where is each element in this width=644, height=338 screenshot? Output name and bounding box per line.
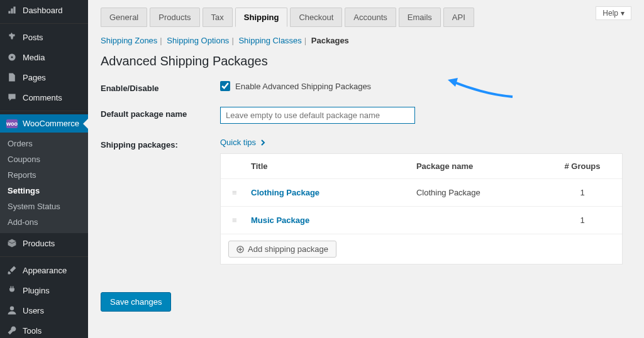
box-icon: [6, 237, 18, 249]
sidebar-item-products[interactable]: Products: [0, 233, 88, 253]
sidebar-item-posts[interactable]: Posts: [0, 27, 88, 47]
svg-point-1: [11, 56, 13, 58]
subnav-zones[interactable]: Shipping Zones: [101, 36, 157, 45]
quick-tips-label: Quick tips: [220, 138, 256, 147]
user-icon: [6, 305, 18, 316]
chevron-right-icon: [260, 139, 266, 146]
sidebar-item-plugins[interactable]: Plugins: [0, 280, 88, 300]
sidebar-item-woocommerce[interactable]: woo WooCommerce: [0, 114, 88, 133]
tab-checkout[interactable]: Checkout: [290, 8, 342, 27]
page-icon: [6, 72, 18, 83]
save-button[interactable]: Save changes: [101, 292, 171, 312]
brush-icon: [6, 264, 18, 276]
main-content: Help ▾ General Products Tax Shipping Che…: [88, 0, 644, 338]
sidebar-label: Media: [23, 53, 45, 62]
column-title: Title: [251, 161, 416, 171]
quick-tips-link[interactable]: Quick tips: [220, 138, 266, 147]
sidebar-label: Pages: [23, 73, 46, 82]
column-package-name: Package name: [416, 161, 554, 171]
packages-label: Shipping packages:: [101, 138, 220, 150]
sidebar-item-appearance[interactable]: Appearance: [0, 260, 88, 280]
sidebar-label: WooCommerce: [23, 119, 79, 128]
sidebar-item-pages[interactable]: Pages: [0, 67, 88, 87]
submenu-add-ons[interactable]: Add-ons: [0, 214, 88, 230]
packages-row: Shipping packages: Quick tips Title Pack…: [101, 138, 631, 264]
package-groups-cell: 1: [554, 188, 611, 197]
subnav-packages[interactable]: Packages: [311, 36, 349, 45]
sidebar-label: Dashboard: [23, 6, 63, 15]
media-icon: [6, 52, 18, 63]
sidebar-item-comments[interactable]: Comments: [0, 87, 88, 107]
shipping-subnav: Shipping Zones| Shipping Options| Shippi…: [101, 36, 631, 45]
package-groups-cell: 1: [554, 215, 611, 225]
sidebar-item-tools[interactable]: Tools: [0, 320, 88, 338]
add-package-label: Add shipping package: [248, 244, 328, 254]
sidebar-item-media[interactable]: Media: [0, 47, 88, 67]
add-package-button[interactable]: Add shipping package: [228, 241, 336, 258]
page-title: Advanced Shipping Packages: [101, 54, 631, 68]
drag-handle-icon[interactable]: ≡: [232, 215, 251, 225]
enable-checkbox-label: Enable Advanced Shipping Packages: [235, 82, 371, 91]
tab-tax[interactable]: Tax: [203, 8, 233, 27]
sidebar-item-users[interactable]: Users: [0, 300, 88, 320]
wrench-icon: [6, 325, 18, 336]
tab-shipping[interactable]: Shipping: [235, 8, 288, 27]
dashboard-icon: [6, 4, 18, 16]
admin-sidebar: Dashboard Posts Media Pages Comments woo…: [0, 0, 88, 338]
default-name-label: Default package name: [101, 107, 220, 119]
submenu-coupons[interactable]: Coupons: [0, 151, 88, 167]
default-name-input[interactable]: [220, 107, 415, 124]
comment-icon: [6, 92, 18, 103]
sidebar-label: Tools: [23, 326, 42, 335]
submenu-orders[interactable]: Orders: [0, 136, 88, 151]
sidebar-label: Plugins: [23, 286, 50, 295]
default-name-row: Default package name: [101, 107, 631, 124]
table-row[interactable]: ≡ Clothing Package Clothing Package 1: [221, 179, 622, 207]
sidebar-label: Products: [23, 239, 55, 248]
drag-handle-icon[interactable]: ≡: [232, 188, 251, 197]
help-button[interactable]: Help ▾: [596, 6, 631, 20]
submenu-reports[interactable]: Reports: [0, 167, 88, 183]
help-label: Help: [602, 9, 618, 18]
woo-icon: woo: [6, 119, 18, 128]
enable-row: Enable/Disable Enable Advanced Shipping …: [101, 81, 631, 93]
woocommerce-submenu: Orders Coupons Reports Settings System S…: [0, 133, 88, 233]
enable-checkbox[interactable]: [220, 81, 230, 91]
tab-products[interactable]: Products: [150, 8, 199, 27]
tab-emails[interactable]: Emails: [399, 8, 441, 27]
tab-accounts[interactable]: Accounts: [345, 8, 396, 27]
pin-icon: [6, 31, 18, 43]
submenu-system-status[interactable]: System Status: [0, 199, 88, 214]
settings-tabs: General Products Tax Shipping Checkout A…: [101, 8, 631, 27]
sidebar-label: Appearance: [23, 266, 67, 275]
table-row[interactable]: ≡ Music Package 1: [221, 207, 622, 234]
package-name-cell: Clothing Package: [416, 188, 554, 197]
plus-icon: [236, 246, 244, 253]
subnav-options[interactable]: Shipping Options: [167, 36, 229, 45]
sidebar-label: Users: [23, 306, 44, 315]
packages-table: Title Package name # Groups ≡ Clothing P…: [220, 153, 623, 264]
package-title-link[interactable]: Clothing Package: [251, 188, 319, 197]
tab-general[interactable]: General: [101, 8, 147, 27]
sidebar-label: Comments: [23, 93, 62, 102]
tab-api[interactable]: API: [443, 8, 474, 27]
plug-icon: [6, 285, 18, 296]
enable-label: Enable/Disable: [101, 81, 220, 93]
subnav-classes[interactable]: Shipping Classes: [238, 36, 301, 45]
sidebar-label: Posts: [23, 33, 43, 42]
submenu-settings[interactable]: Settings: [0, 183, 88, 199]
column-groups: # Groups: [554, 161, 611, 171]
package-title-link[interactable]: Music Package: [251, 215, 309, 225]
chevron-down-icon: ▾: [621, 9, 625, 18]
sidebar-item-dashboard[interactable]: Dashboard: [0, 0, 88, 20]
svg-point-2: [10, 307, 14, 310]
